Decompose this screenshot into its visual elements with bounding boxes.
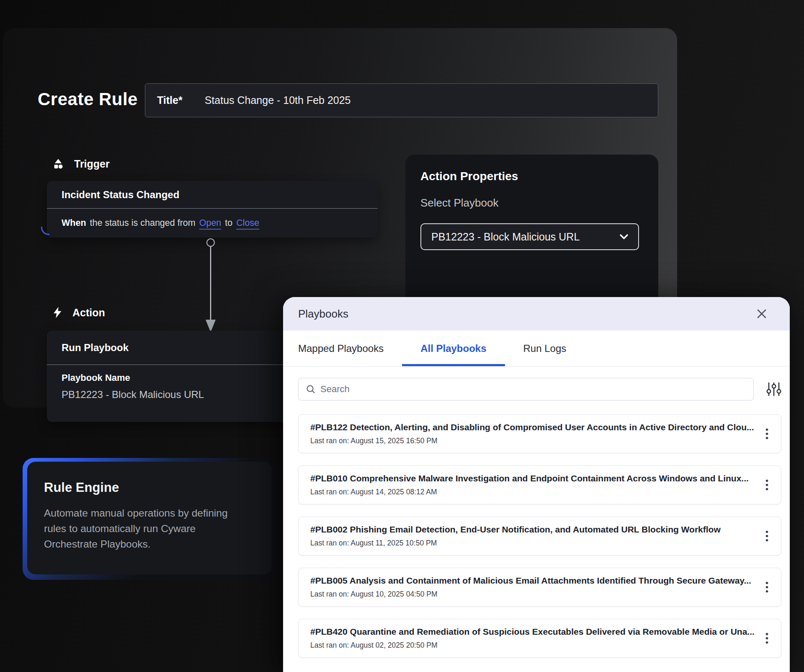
item-menu-button[interactable] [763,630,771,646]
lightning-bolt-icon [52,306,62,319]
playbooks-modal: Playbooks Mapped Playbooks All Playbooks… [283,297,790,672]
playbook-list: #PLB122 Detection, Alerting, and Disabli… [298,414,781,658]
status-from-link[interactable]: Open [199,218,222,228]
rule-title-field[interactable]: Title* Status Change - 10th Feb 2025 [145,83,658,117]
trigger-section-header: Trigger [52,158,110,170]
item-menu-button[interactable] [763,426,771,442]
shapes-icon [52,158,64,170]
playbook-item-title: #PLB005 Analysis and Containment of Mali… [310,576,751,586]
action-section-header: Action [52,306,105,319]
search-icon [306,385,315,394]
item-menu-button[interactable] [763,528,771,544]
playbook-list-item[interactable]: #PLB002 Phishing Email Detection, End-Us… [298,517,781,556]
rule-engine-title: Rule Engine [44,480,255,495]
playbooks-modal-header: Playbooks [283,297,790,331]
kebab-icon [765,633,768,644]
x-icon [756,308,767,319]
arrow-down-connector [201,237,221,334]
tab-run-logs[interactable]: Run Logs [505,331,585,366]
playbook-list-item[interactable]: #PLB420 Quarantine and Remediation of Su… [298,619,781,658]
kebab-icon [765,530,768,542]
trigger-card-title: Incident Status Changed [47,181,378,208]
trigger-condition: When the status is changed from Open to … [47,209,378,237]
playbook-list-item[interactable]: #PLB122 Detection, Alerting, and Disabli… [298,414,781,453]
action-properties-title: Action Properties [420,169,643,184]
playbooks-modal-title: Playbooks [298,308,348,320]
condition-text: the status is changed from [90,218,196,228]
rule-title-value: Status Change - 10th Feb 2025 [205,94,351,106]
trigger-section-label: Trigger [74,158,110,170]
playbook-item-last-ran: Last ran on: August 11, 2025 10:50 PM [310,539,721,548]
rule-title-label: Title* [157,94,183,106]
status-to-link[interactable]: Close [236,218,259,228]
trigger-card[interactable]: Incident Status Changed When the status … [47,181,378,238]
playbook-item-title: #PLB002 Phishing Email Detection, End-Us… [310,525,721,535]
playbook-dropdown[interactable]: PB12223 - Block Malicious URL [420,223,639,250]
playbook-item-title: #PLB420 Quarantine and Remediation of Su… [310,627,755,637]
sliders-icon [766,382,781,396]
playbook-item-last-ran: Last ran on: August 02, 2025 20:50 PM [310,641,755,650]
page-title: Create Rule [38,89,138,109]
search-input[interactable] [320,384,746,395]
playbook-item-last-ran: Last ran on: August 14, 2025 08:12 AM [310,488,749,496]
tab-mapped-playbooks[interactable]: Mapped Playbooks [298,331,402,366]
condition-to-word: to [225,218,232,228]
rule-engine-description: Automate manual operations by defining r… [44,505,248,552]
filter-button[interactable] [766,382,781,396]
select-playbook-label: Select Playbook [420,196,643,210]
tab-all-playbooks[interactable]: All Playbooks [402,331,505,366]
playbook-item-title: #PLB010 Comprehensive Malware Investigat… [310,473,749,483]
kebab-icon [765,428,768,439]
card-corner-accent [41,227,49,235]
playbook-list-item[interactable]: #PLB010 Comprehensive Malware Investigat… [298,465,781,504]
playbook-item-title: #PLB122 Detection, Alerting, and Disabli… [310,422,754,432]
chevron-down-icon [619,233,629,240]
kebab-icon [765,582,768,593]
kebab-icon [765,479,768,491]
item-menu-button[interactable] [763,579,771,595]
rule-engine-card: Rule Engine Automate manual operations b… [23,458,275,580]
item-menu-button[interactable] [763,477,771,493]
playbook-item-last-ran: Last ran on: August 15, 2025 16:50 PM [310,437,754,445]
action-section-label: Action [72,307,105,319]
close-button[interactable] [756,308,767,319]
playbook-list-item[interactable]: #PLB005 Analysis and Containment of Mali… [298,568,781,607]
playbooks-tabs: Mapped Playbooks All Playbooks Run Logs [283,331,790,367]
playbook-item-last-ran: Last ran on: August 10, 2025 04:50 PM [310,590,751,599]
condition-when: When [62,218,86,228]
playbook-dropdown-value: PB12223 - Block Malicious URL [431,231,580,243]
search-box[interactable] [298,378,754,401]
